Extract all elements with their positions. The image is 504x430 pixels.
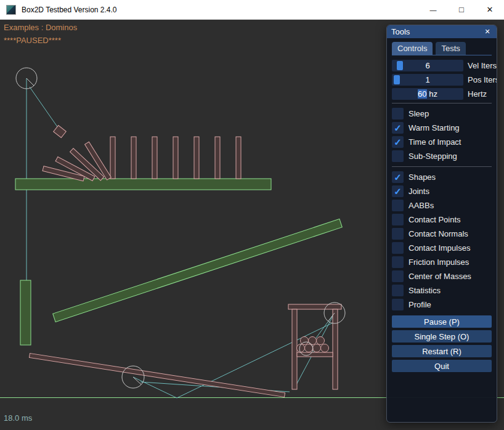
checkbox-box[interactable]: ✓	[392, 171, 404, 183]
tab-bar: Controls Tests	[392, 41, 492, 55]
checkbox-box[interactable]: ✓	[392, 185, 404, 197]
paused-label: ****PAUSED****	[4, 36, 61, 45]
checkbox-contact-points[interactable]: ✓ Contact Points	[392, 213, 492, 227]
tools-panel-titlebar[interactable]: Tools ✕	[387, 25, 497, 38]
frame-right-post	[333, 309, 338, 389]
tools-close-icon[interactable]: ✕	[482, 27, 492, 37]
quit-button[interactable]: Quit	[392, 360, 492, 372]
checkbox-box[interactable]: ✓	[392, 285, 404, 296]
pos-iters-slider-row: 1 Pos Iters	[392, 74, 492, 86]
checkbox-profile[interactable]: ✓ Profile	[392, 298, 492, 312]
domino	[215, 137, 220, 179]
box2d-testbed-window: { "window": { "title": "Box2D Testbed Ve…	[0, 0, 504, 430]
slider-grab[interactable]	[397, 61, 403, 70]
pendulum-box	[54, 125, 67, 137]
check-icon: ✓	[394, 137, 402, 147]
checkbox-aabbs[interactable]: ✓ AABBs	[392, 198, 492, 213]
checkbox-sub-stepping[interactable]: ✓ Sub-Stepping	[392, 149, 492, 163]
checkbox-box[interactable]: ✓	[392, 256, 404, 268]
tab-tests[interactable]: Tests	[436, 42, 465, 55]
checkbox-box[interactable]: ✓	[392, 214, 404, 225]
tools-panel-body: Controls Tests 6 Vel Iters 1 Pos Iters 6…	[387, 38, 497, 422]
checkbox-joints[interactable]: ✓ Joints	[392, 184, 492, 198]
hertz-label: Hertz	[468, 89, 487, 99]
checkbox-time-of-impact[interactable]: ✓ Time of Impact	[392, 135, 492, 149]
check-icon: ✓	[394, 187, 402, 196]
minimize-button[interactable]: —	[419, 0, 447, 19]
ball	[305, 344, 313, 352]
domino	[152, 137, 157, 179]
ball	[317, 337, 325, 345]
checkbox-box[interactable]: ✓	[392, 242, 404, 254]
checkbox-warm-starting[interactable]: ✓ Warm Starting	[392, 121, 492, 135]
checkbox-box[interactable]: ✓	[392, 136, 404, 148]
domino	[173, 137, 178, 179]
checkbox-center-of-masses[interactable]: ✓ Center of Masses	[392, 269, 492, 283]
slider-grab[interactable]	[394, 75, 400, 84]
frame-left-post	[292, 309, 297, 389]
separator	[392, 166, 492, 167]
hertz-suffix: hz	[427, 89, 437, 99]
tab-controls[interactable]: Controls	[392, 42, 433, 55]
checkbox-box[interactable]: ✓	[392, 200, 404, 211]
app-icon[interactable]	[6, 5, 16, 15]
frame-top-bar	[288, 304, 341, 309]
vel-iters-slider[interactable]: 6	[392, 60, 463, 71]
separator	[392, 103, 492, 103]
domino	[110, 137, 115, 179]
tools-panel: Tools ✕ Controls Tests 6 Vel Iters 1 Pos…	[386, 25, 497, 423]
checkbox-friction-impulses[interactable]: ✓ Friction Impulses	[392, 255, 492, 269]
hertz-input[interactable]: 60 hz	[392, 88, 463, 100]
close-button[interactable]: ✕	[476, 0, 504, 19]
example-label: Examples : Dominos	[4, 23, 77, 32]
bottom-plank	[29, 353, 285, 397]
single-step-button[interactable]: Single Step (O)	[392, 330, 492, 343]
ball	[321, 344, 329, 352]
ball	[313, 344, 321, 352]
action-buttons: Pause (P) Single Step (O) Restart (R) Qu…	[392, 315, 492, 372]
restart-button[interactable]: Restart (R)	[392, 345, 492, 357]
frame-time-label: 18.0 ms	[4, 413, 32, 423]
vertical-bar	[20, 280, 31, 345]
window-titlebar[interactable]: Box2D Testbed Version 2.4.0 — □ ✕	[0, 0, 504, 20]
pos-iters-slider[interactable]: 1	[392, 74, 463, 86]
domino-shelf	[15, 179, 271, 190]
checkbox-contact-normals[interactable]: ✓ Contact Normals	[392, 227, 492, 241]
checkbox-box[interactable]: ✓	[392, 150, 404, 162]
domino	[236, 137, 241, 179]
domino	[194, 137, 199, 179]
window-title: Box2D Testbed Version 2.4.0	[22, 6, 117, 14]
ball	[309, 337, 317, 345]
checkbox-box[interactable]: ✓	[392, 122, 404, 134]
domino	[131, 137, 136, 179]
pos-iters-value: 1	[425, 75, 429, 84]
dynamic-bodies	[29, 125, 341, 397]
maximize-button[interactable]: □	[447, 0, 476, 19]
window-controls: — □ ✕	[419, 0, 504, 19]
vel-iters-label: Vel Iters	[468, 61, 497, 70]
pos-iters-label: Pos Iters	[468, 75, 497, 84]
checkbox-contact-impulses[interactable]: ✓ Contact Impulses	[392, 241, 492, 255]
checkbox-box[interactable]: ✓	[392, 228, 404, 240]
vel-iters-slider-row: 6 Vel Iters	[392, 60, 492, 71]
pause-button[interactable]: Pause (P)	[392, 315, 492, 328]
checkbox-box[interactable]: ✓	[392, 108, 404, 120]
tools-panel-title: Tools	[391, 27, 410, 36]
hertz-value: 60	[418, 89, 426, 99]
checkbox-box[interactable]: ✓	[392, 270, 404, 282]
checkbox-sleep[interactable]: ✓ Sleep	[392, 107, 492, 121]
hertz-input-row: 60 hz Hertz	[392, 88, 492, 100]
check-icon: ✓	[394, 172, 402, 182]
checkbox-statistics[interactable]: ✓ Statistics	[392, 283, 492, 298]
check-icon: ✓	[394, 123, 402, 132]
vel-iters-value: 6	[425, 61, 429, 70]
checkbox-box[interactable]: ✓	[392, 299, 404, 310]
checkbox-shapes[interactable]: ✓ Shapes	[392, 170, 492, 184]
